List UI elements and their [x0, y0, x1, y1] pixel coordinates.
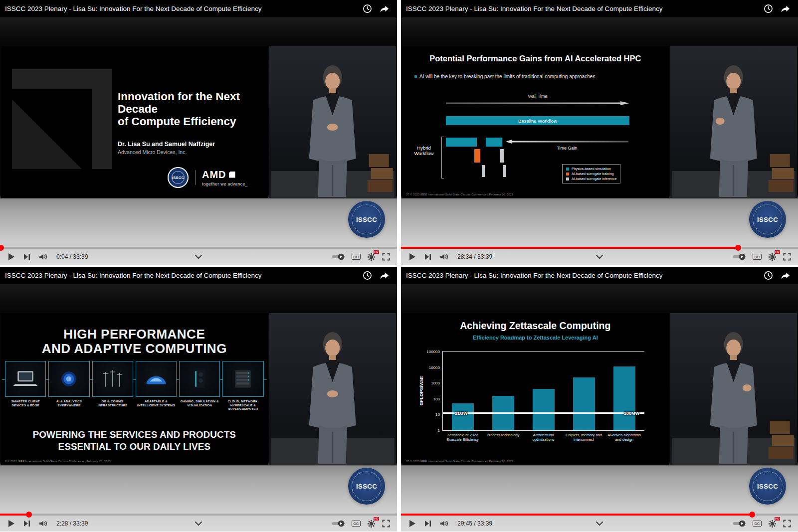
share-icon[interactable] — [380, 4, 389, 13]
segment-image — [222, 361, 263, 397]
next-button[interactable] — [23, 520, 30, 527]
fullscreen-icon — [783, 253, 791, 261]
settings-button[interactable]: HD — [768, 253, 777, 261]
amd-logo: AMD together we advance_ — [202, 169, 248, 186]
title-bar: ISSCC 2023 Plenary - Lisa Su: Innovation… — [0, 0, 397, 17]
efficiency-chart: 1 10 100 1000 10000 100000 — [442, 351, 644, 431]
isscc-floor-logo: ISSCC — [348, 201, 385, 238]
watch-later-icon[interactable] — [363, 271, 372, 280]
settings-button[interactable]: HD — [367, 253, 376, 261]
video-title[interactable]: ISSCC 2023 Plenary - Lisa Su: Innovation… — [406, 5, 663, 12]
chevron-down-icon[interactable] — [596, 521, 603, 526]
segment-tiles: SMARTER CLIENT DEVICES & EDGE AI & ANALY… — [5, 361, 264, 411]
play-button[interactable] — [409, 520, 416, 528]
volume-button[interactable] — [440, 520, 449, 527]
play-button[interactable] — [8, 253, 15, 261]
next-button[interactable] — [23, 253, 30, 260]
autoplay-toggle[interactable] — [733, 253, 746, 260]
captions-button[interactable]: CC — [352, 254, 361, 260]
video-grid: ISSCC 2023 Plenary - Lisa Su: Innovation… — [0, 0, 798, 532]
settings-button[interactable]: HD — [367, 520, 376, 528]
fullscreen-button[interactable] — [783, 520, 791, 528]
volume-button[interactable] — [39, 520, 48, 527]
video-title[interactable]: ISSCC 2023 Plenary - Lisa Su: Innovation… — [5, 5, 262, 12]
slide-authors: Dr. Lisa Su and Samuel Naffziger — [118, 141, 268, 148]
watch-later-icon[interactable] — [363, 4, 372, 13]
autoplay-toggle[interactable] — [332, 253, 345, 260]
slide-tagline: POWERING THE SERVICES AND PRODUCTS ESSEN… — [1, 429, 268, 453]
slide-screen: HIGH PERFORMANCE AND ADAPTIVE COMPUTING … — [1, 313, 268, 465]
time-display: 2:28 / 33:39 — [56, 520, 88, 527]
play-icon — [409, 520, 416, 528]
hd-badge: HD — [775, 250, 780, 254]
video-area[interactable]: HIGH PERFORMANCE AND ADAPTIVE COMPUTING … — [0, 284, 397, 532]
watch-later-icon[interactable] — [764, 4, 773, 13]
hybrid-bracket — [441, 137, 444, 178]
video-area[interactable]: Potential Performance Gains from AI Acce… — [401, 17, 798, 265]
y-tick: 100000 — [426, 350, 440, 354]
segment-image — [92, 361, 133, 397]
title-bar: ISSCC 2023 Plenary - Lisa Su: Innovation… — [401, 267, 798, 284]
legend-item: Physics-based simulation — [566, 167, 616, 171]
chart-category: Zettascale at 2022 Exascale Efficiency — [442, 433, 483, 442]
time-display: 28:34 / 33:39 — [457, 253, 492, 260]
segment-image — [136, 361, 177, 397]
y-tick: 1 — [438, 428, 440, 433]
share-icon[interactable] — [380, 271, 389, 280]
video-title[interactable]: ISSCC 2023 Plenary - Lisa Su: Innovation… — [5, 272, 262, 279]
autoplay-toggle[interactable] — [733, 520, 746, 527]
chevron-down-icon[interactable] — [195, 521, 202, 526]
segment-label: CLOUD, NETWORK, HYPERSCALE & SUPERCOMPUT… — [222, 399, 263, 411]
legend-label: Physics-based simulation — [572, 167, 611, 171]
chevron-down-icon[interactable] — [195, 254, 202, 259]
volume-button[interactable] — [440, 253, 449, 260]
time-display: 29:45 / 33:39 — [457, 520, 492, 527]
segment-tile: SMARTER CLIENT DEVICES & EDGE — [5, 361, 46, 411]
share-icon[interactable] — [781, 271, 790, 280]
captions-button[interactable]: CC — [753, 254, 762, 260]
y-tick: 1000 — [431, 381, 440, 385]
next-icon — [23, 253, 30, 260]
wall-time-label: Wall Time — [446, 94, 629, 99]
chart-bar — [573, 377, 595, 430]
isscc-floor-logo: ISSCC — [749, 201, 786, 238]
legend-item: AI-based surrogate training — [566, 172, 616, 176]
next-button[interactable] — [424, 253, 431, 260]
captions-button[interactable]: CC — [753, 521, 762, 527]
isscc-badge-text: ISSCC — [172, 176, 184, 180]
player-controls: 29:45 / 33:39 CC HD — [401, 514, 798, 532]
power-budget-line: 21GW 100MW — [443, 412, 644, 414]
segment-label: AI & ANALYTICS EVERYWHERE — [48, 399, 89, 407]
fullscreen-button[interactable] — [382, 520, 390, 528]
chart-category: Architectural optimizations — [523, 433, 564, 442]
fullscreen-button[interactable] — [783, 253, 791, 261]
segment-image — [5, 361, 46, 397]
gear-icon — [367, 520, 376, 528]
stage-screens: HIGH PERFORMANCE AND ADAPTIVE COMPUTING … — [1, 313, 396, 465]
play-button[interactable] — [409, 253, 416, 261]
chart-category: AI-driven algorithms and design — [604, 433, 644, 442]
video-area[interactable]: Achieving Zettascale Computing Efficienc… — [401, 284, 798, 532]
video-title[interactable]: ISSCC 2023 Plenary - Lisa Su: Innovation… — [406, 272, 663, 279]
slide-title: Achieving Zettascale Computing — [402, 320, 669, 332]
amd-logo-text: AMD — [202, 169, 226, 180]
tagline-line1: POWERING THE SERVICES AND PRODUCTS — [1, 429, 268, 441]
settings-button[interactable]: HD — [768, 520, 777, 528]
segment-image — [48, 361, 89, 397]
hd-badge: HD — [374, 250, 379, 254]
next-button[interactable] — [424, 520, 431, 527]
time-gain-arrow — [506, 140, 628, 144]
volume-button[interactable] — [39, 253, 48, 260]
captions-button[interactable]: CC — [352, 521, 361, 527]
watch-later-icon[interactable] — [764, 271, 773, 280]
fullscreen-button[interactable] — [382, 253, 390, 261]
legend-color-swatch — [566, 177, 569, 180]
autoplay-toggle[interactable] — [332, 520, 345, 527]
power-line-right-label: 100MW — [624, 411, 639, 416]
chevron-down-icon[interactable] — [596, 254, 603, 259]
share-icon[interactable] — [781, 4, 790, 13]
baseline-workflow-bar: Baseline Workflow — [446, 116, 629, 125]
isscc-logo-ring — [352, 471, 382, 501]
video-area[interactable]: Innovation for the Next Decade of Comput… — [0, 17, 397, 265]
play-button[interactable] — [8, 520, 15, 528]
